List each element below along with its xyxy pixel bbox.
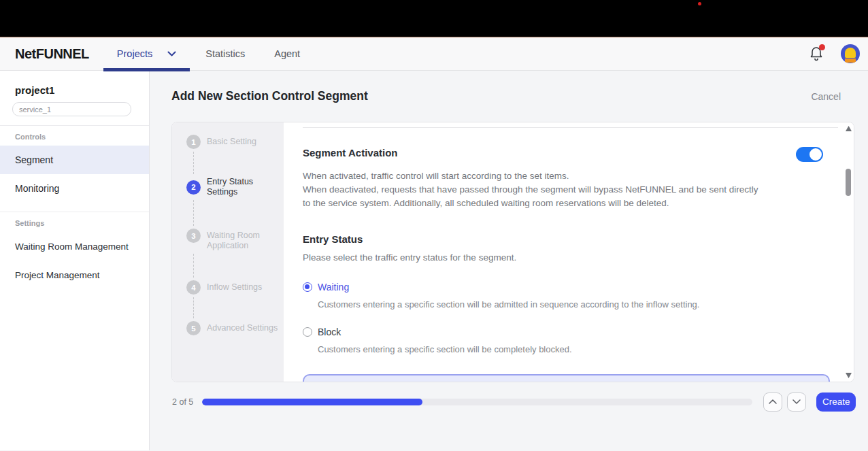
next-section-cutoff-box: [303, 374, 830, 382]
panel-scrollbar[interactable]: [844, 122, 854, 382]
progress-fill: [202, 399, 422, 405]
sidebar-item-monitoring[interactable]: Monitoring: [0, 174, 149, 203]
step-5-circle: 5: [186, 321, 201, 335]
previous-step-button[interactable]: [763, 392, 782, 412]
waiting-label: Waiting: [318, 282, 349, 293]
sidebar-item-project-management[interactable]: Project Management: [0, 261, 149, 289]
progress-bar: [202, 399, 752, 405]
netfunnel-logo: NetFUNNEL: [15, 46, 89, 62]
sidebar-item-pm-label: Project Management: [15, 270, 100, 280]
step-entry-status-settings[interactable]: 2 Entry Status Settings: [186, 177, 284, 197]
step-3-circle: 3: [186, 229, 201, 243]
wizard-footer: 2 of 5 Create: [150, 382, 868, 421]
step-inflow-settings[interactable]: 4 Inflow Settings: [186, 280, 284, 295]
nav-tab-statistics[interactable]: Statistics: [205, 37, 245, 71]
step-4-label: Inflow Settings: [207, 280, 262, 295]
service-input[interactable]: [12, 102, 131, 116]
step-2-circle: 2: [186, 180, 201, 195]
step-1-circle: 1: [186, 135, 201, 149]
chevron-up-icon: [769, 399, 777, 404]
segment-activation-desc-2: When deactivated, requests that have pas…: [303, 183, 768, 210]
block-radio[interactable]: [303, 327, 312, 337]
top-black-bar: [0, 0, 868, 37]
waiting-desc: Customers entering a specific section wi…: [318, 299, 844, 310]
avatar-graphic-base: [845, 59, 856, 63]
create-button[interactable]: Create: [816, 392, 856, 412]
main-header: Add New Section Control Segment Cancel: [150, 71, 868, 122]
nav-tab-agent[interactable]: Agent: [274, 37, 300, 71]
nav-right-group: [809, 44, 868, 63]
stepper-connector: [193, 297, 284, 318]
active-tab-underline: [103, 68, 190, 71]
content-top-divider: [303, 127, 838, 128]
entry-status-subtitle: Please select the traffic entry status f…: [303, 251, 844, 265]
segment-activation-desc-1: When activated, traffic control will sta…: [303, 169, 844, 183]
block-radio-row[interactable]: Block: [303, 327, 844, 337]
step-progress-label: 2 of 5: [172, 397, 193, 407]
stepper-connector: [193, 152, 284, 174]
step-basic-setting[interactable]: 1 Basic Setting: [186, 135, 284, 149]
notification-badge-dot: [819, 44, 825, 50]
sidebar-item-segment-label: Segment: [15, 154, 53, 165]
chevron-down-icon: [792, 399, 801, 404]
sidebar-section-settings: Settings: [0, 212, 149, 232]
scroll-down-arrow[interactable]: [846, 373, 852, 378]
wizard-content: Segment Activation When activated, traff…: [284, 122, 844, 382]
notifications-button[interactable]: [809, 46, 824, 62]
step-advanced-settings[interactable]: 5 Advanced Settings: [186, 321, 284, 335]
sidebar: project1 Controls Segment Monitoring Set…: [0, 71, 150, 450]
wizard-stepper: 1 Basic Setting 2 Entry Status Settings …: [172, 122, 284, 382]
block-label: Block: [318, 327, 341, 337]
segment-wizard-panel: 1 Basic Setting 2 Entry Status Settings …: [171, 122, 854, 382]
sidebar-item-waiting-room-management[interactable]: Waiting Room Management: [0, 232, 149, 261]
block-desc: Customers entering a specific section wi…: [318, 344, 844, 354]
nav-tab-projects[interactable]: Projects: [103, 37, 190, 71]
nav-tab-agent-label: Agent: [274, 48, 300, 59]
avatar-graphic: [845, 48, 856, 58]
next-step-button[interactable]: [787, 392, 806, 412]
step-waiting-room-application[interactable]: 3 Waiting Room Application: [186, 229, 284, 251]
step-2-label: Entry Status Settings: [207, 177, 279, 197]
sidebar-item-segment[interactable]: Segment: [0, 146, 149, 174]
stepper-connector: [193, 254, 284, 278]
step-1-label: Basic Setting: [207, 135, 256, 149]
step-5-label: Advanced Settings: [207, 321, 278, 335]
waiting-radio[interactable]: [303, 282, 312, 292]
stepper-connector: [193, 200, 284, 226]
segment-activation-title: Segment Activation: [303, 147, 397, 158]
page-title: Add New Section Control Segment: [171, 89, 368, 103]
red-dot-icon: [698, 2, 701, 5]
main-area: Add New Section Control Segment Cancel 1…: [150, 71, 868, 450]
avatar[interactable]: [841, 44, 860, 63]
cancel-button[interactable]: Cancel: [811, 91, 841, 102]
sidebar-item-wrm-label: Waiting Room Management: [15, 241, 129, 252]
toggle-knob: [809, 148, 822, 161]
top-nav: NetFUNNEL Projects Statistics Agent: [0, 37, 868, 71]
chevron-down-icon: [167, 51, 176, 56]
nav-tab-statistics-label: Statistics: [205, 48, 245, 59]
entry-status-option-waiting: Waiting Customers entering a specific se…: [303, 282, 844, 310]
segment-activation-toggle[interactable]: [796, 147, 823, 162]
entry-status-option-block: Block Customers entering a specific sect…: [303, 327, 844, 354]
step-4-circle: 4: [186, 280, 201, 295]
scroll-up-arrow[interactable]: [846, 126, 852, 131]
entry-status-title: Entry Status: [303, 233, 844, 245]
sidebar-section-controls: Controls: [0, 126, 149, 146]
step-3-label: Waiting Room Application: [207, 229, 279, 251]
scrollbar-thumb[interactable]: [846, 169, 851, 196]
waiting-radio-row[interactable]: Waiting: [303, 282, 844, 293]
sidebar-item-monitoring-label: Monitoring: [15, 183, 59, 194]
nav-tab-projects-label: Projects: [117, 48, 152, 59]
project-name: project1: [0, 71, 149, 102]
